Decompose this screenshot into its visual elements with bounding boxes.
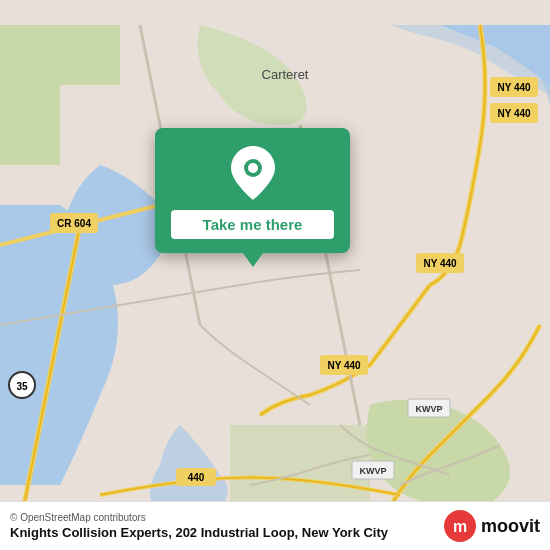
location-pin-icon [231,146,275,200]
svg-text:NY 440: NY 440 [423,258,457,269]
svg-text:NY 440: NY 440 [327,360,361,371]
location-name: Knights Collision Experts, 202 Industria… [10,525,388,540]
svg-text:NY 440: NY 440 [497,82,531,93]
svg-point-24 [248,163,258,173]
bottom-bar: © OpenStreetMap contributors Knights Col… [0,501,550,550]
svg-text:KWVP: KWVP [360,466,387,476]
svg-rect-2 [0,25,120,85]
map-container: NY 440 NY 440 NY 440 NY 440 CR 604 35 44… [0,0,550,550]
svg-text:440: 440 [188,472,205,483]
tooltip-card: Take me there [155,128,350,253]
moovit-icon: m [444,510,476,542]
svg-text:Carteret: Carteret [262,67,309,82]
map-background: NY 440 NY 440 NY 440 NY 440 CR 604 35 44… [0,0,550,550]
svg-text:KWVP: KWVP [416,404,443,414]
take-me-there-button[interactable]: Take me there [171,210,334,239]
svg-text:35: 35 [16,381,28,392]
moovit-logo: m moovit [444,510,540,542]
osm-credit: © OpenStreetMap contributors [10,512,388,523]
svg-text:CR 604: CR 604 [57,218,91,229]
svg-text:m: m [453,518,467,535]
bottom-left-info: © OpenStreetMap contributors Knights Col… [10,512,388,540]
moovit-wordmark: moovit [481,516,540,537]
svg-text:NY 440: NY 440 [497,108,531,119]
